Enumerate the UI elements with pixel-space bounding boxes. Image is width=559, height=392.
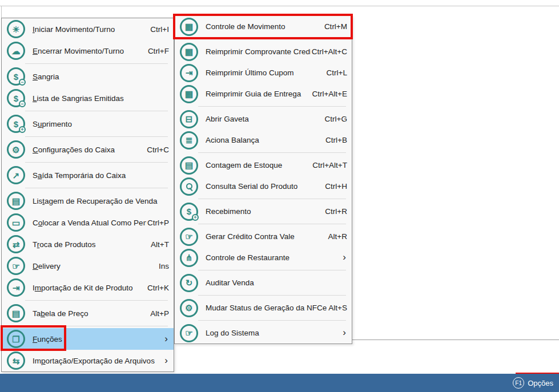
log-hand-icon: ☞ xyxy=(180,324,198,342)
menu-item[interactable]: ⚙Configurações do CaixaCtrl+C xyxy=(2,139,174,160)
menu-item[interactable]: ❒Funções› xyxy=(2,328,174,350)
sun-icon: ☀ xyxy=(7,20,25,38)
menu-item-label: Controle de Restaurante xyxy=(206,253,341,262)
scale-layers-icon: ≣ xyxy=(180,131,198,149)
price-table-clipboard-icon: ▤ xyxy=(7,304,25,322)
menu-item[interactable]: ⊟Abrir GavetaCtrl+G xyxy=(175,108,352,130)
menu-item[interactable]: ▭Colocar a Venda Atual Como PendenteCtrl… xyxy=(2,212,174,233)
drawer-icon: ⊟ xyxy=(180,110,198,128)
menu-item-label: Troca de Produtos xyxy=(33,240,150,249)
menu-item[interactable]: ☞Log do Sistema› xyxy=(175,322,352,343)
badge-icon: − xyxy=(19,100,26,107)
menu-item-label: Reimprimir Último Cupom xyxy=(206,68,325,77)
options-button[interactable]: F1 Opções xyxy=(513,377,553,389)
chevron-right-icon: › xyxy=(341,252,352,263)
menu-item-label: Log do Sistema xyxy=(206,329,341,337)
menu-item[interactable]: ⇥Reimprimir Último CupomCtrl+L xyxy=(175,62,352,83)
cash-in-icon: $+ xyxy=(180,203,198,221)
menu-item[interactable]: Consulta Serial do ProdutoCtrl+H xyxy=(175,176,352,197)
badge-icon: + xyxy=(19,126,26,133)
menu-item[interactable]: $−Lista de Sangrias Emitidas xyxy=(2,87,174,109)
cash-in-icon: $+ xyxy=(7,115,25,133)
menu-item-shortcut: Ctrl+C xyxy=(146,146,174,154)
menu-item-label: Abrir Gaveta xyxy=(206,115,324,123)
menu-item-shortcut: Ctrl+M xyxy=(323,22,352,31)
funcoes-submenu: ▦Controle de MovimentoCtrl+M▦Reimprimir … xyxy=(174,15,352,344)
cash-register-icon: ▦ xyxy=(180,85,198,103)
menu-item-shortcut: Ctrl+B xyxy=(324,136,352,144)
menu-item[interactable]: $+Suprimento xyxy=(2,113,174,135)
menu-item-shortcut: Ctrl+H xyxy=(324,182,352,191)
f1-key-icon: F1 xyxy=(513,377,524,389)
menu-item-label: Delivery xyxy=(33,262,158,270)
gear-wrench-icon: ⚙ xyxy=(7,140,25,159)
menu-item[interactable]: ⚙Mudar Status de Geração da NFCeAlt+S xyxy=(175,297,352,318)
menu-item[interactable]: $+RecebimentoCtrl+R xyxy=(175,201,352,222)
menu-item-shortcut: Alt+P xyxy=(149,309,174,318)
menu-item[interactable]: ☁Encerrar Movimento/TurnoCtrl+F xyxy=(2,40,174,62)
menu-item-shortcut: Ctrl+G xyxy=(324,115,352,123)
menu-item-label: Mudar Status de Geração da NFCe xyxy=(206,304,327,312)
menu-separator xyxy=(25,326,168,326)
menu-item[interactable]: ▦Reimprimir Comprovante CrediárioCtrl+Al… xyxy=(175,41,352,62)
sales-recovery-icon: ▤ xyxy=(7,192,25,210)
status-bar: F1 Opções xyxy=(0,374,559,392)
cash-out-list-icon: $− xyxy=(7,89,25,107)
menu-item[interactable]: ▦Reimprimir Guia de EntregaCtrl+Alt+E xyxy=(175,83,352,104)
screen: ☀Iniciar Movimento/TurnoCtrl+I☁Encerrar … xyxy=(0,0,559,392)
menu-item-label: Lista de Sangrias Emitidas xyxy=(33,94,174,103)
menu-separator xyxy=(198,320,346,321)
menu-item[interactable]: ⋔Controle de Restaurante› xyxy=(175,247,352,268)
menu-item[interactable]: ☞Gerar Crédito Contra ValeAlt+R xyxy=(175,226,352,247)
menu-item-shortcut: Ctrl+P xyxy=(146,219,174,227)
menu-item-label: Recebimento xyxy=(206,207,324,216)
menu-item-label: Encerrar Movimento/Turno xyxy=(33,47,147,55)
menu-separator xyxy=(198,224,346,224)
chevron-right-icon: › xyxy=(163,334,174,345)
search-icon xyxy=(180,177,198,196)
menu-item[interactable]: ▦Controle de MovimentoCtrl+M xyxy=(175,16,352,37)
menu-item-label: Aciona Balança xyxy=(206,136,324,144)
menu-item[interactable]: ☀Iniciar Movimento/TurnoCtrl+I xyxy=(2,18,174,40)
menu-separator xyxy=(198,295,346,296)
badge-icon: − xyxy=(19,79,26,86)
panel-bottom-edge xyxy=(352,340,559,340)
cloud-icon: ☁ xyxy=(7,42,25,60)
menu-separator xyxy=(25,111,168,111)
exit-cashier-icon: ↗ xyxy=(7,166,25,184)
menu-item-shortcut: Ins xyxy=(158,262,174,270)
menu-item-label: Importação/Exportação de Arquivos xyxy=(33,357,163,365)
chevron-right-icon: › xyxy=(163,355,174,366)
menu-item-label: Listagem de Recuperação de Venda xyxy=(33,197,174,205)
menu-item-shortcut: Ctrl+K xyxy=(146,284,174,292)
gear-wrench-icon: ⚙ xyxy=(180,299,198,317)
cash-register-icon: ▦ xyxy=(180,18,198,36)
badge-icon: + xyxy=(192,214,199,221)
menu-item-shortcut: Alt+R xyxy=(327,232,352,241)
menu-separator xyxy=(198,106,346,107)
menu-item[interactable]: ▤Contagem de EstoqueCtrl+Alt+T xyxy=(175,155,352,176)
swap-icon: ⇄ xyxy=(7,235,25,253)
menu-item[interactable]: ↗Saída Temporária do Caixa xyxy=(2,164,174,186)
menu-item[interactable]: $−Sangria xyxy=(2,66,174,87)
menu-item-label: Reimprimir Comprovante Crediário xyxy=(206,47,311,56)
menu-item[interactable]: ⇆Importação/Exportação de Arquivos› xyxy=(2,350,174,371)
menu-item[interactable]: ▤Tabela de PreçoAlt+P xyxy=(2,302,174,324)
menu-separator xyxy=(198,152,346,153)
menu-item[interactable]: ↻Auditar Venda xyxy=(175,272,352,293)
menu-item[interactable]: ⇥Importação de Kit de ProdutoCtrl+K xyxy=(2,277,174,298)
menu-item[interactable]: ⇄Troca de ProdutosAlt+T xyxy=(2,233,174,255)
menu-item-label: Tabela de Preço xyxy=(33,309,149,318)
menu-item[interactable]: ☞DeliveryIns xyxy=(2,255,174,277)
menu-item-label: Gerar Crédito Contra Vale xyxy=(206,232,327,241)
chevron-right-icon: › xyxy=(341,328,352,338)
menu-item-shortcut: Ctrl+R xyxy=(324,207,352,216)
menu-item-shortcut: Ctrl+I xyxy=(149,25,174,34)
pending-sale-screen-icon: ▭ xyxy=(7,213,25,232)
menu-separator xyxy=(198,199,346,199)
options-button-label: Opções xyxy=(528,379,553,387)
clipboard-icon: ▤ xyxy=(180,156,198,175)
menu-item[interactable]: ≣Aciona BalançaCtrl+B xyxy=(175,130,352,151)
menu-separator xyxy=(25,188,168,188)
menu-item[interactable]: ▤Listagem de Recuperação de Venda xyxy=(2,190,174,212)
